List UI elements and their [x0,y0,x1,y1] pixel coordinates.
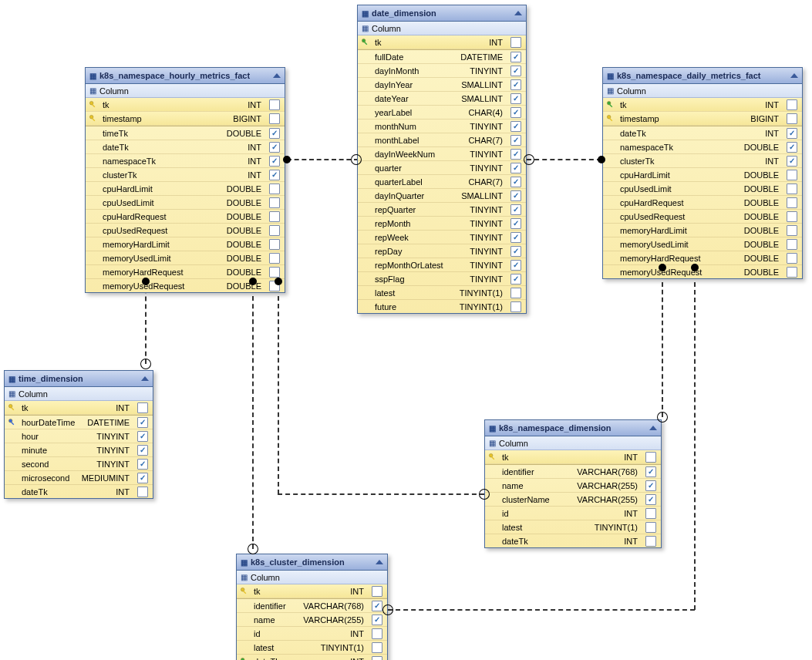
checkbox[interactable] [510,66,521,76]
table-cluster-dimension[interactable]: ▦ k8s_cluster_dimension ▦ Column tkINTid… [236,554,388,660]
checkbox[interactable] [269,267,280,278]
table-daily-fact[interactable]: ▦ k8s_namespace_daily_metrics_fact ▦ Col… [602,67,803,279]
table-date-dimension[interactable]: ▦ date_dimension ▦ Column tkINTfullDateD… [357,5,527,314]
checkbox[interactable] [510,301,521,312]
table-row[interactable]: tkINT [86,98,285,112]
checkbox[interactable] [372,628,382,639]
checkbox[interactable] [137,459,148,470]
checkbox[interactable] [269,239,280,250]
collapse-icon[interactable] [141,376,149,381]
checkbox[interactable] [269,197,280,208]
checkbox[interactable] [510,246,521,257]
checkbox[interactable] [645,494,656,505]
checkbox[interactable] [372,586,382,597]
table-row[interactable]: namespaceTkDOUBLE [603,140,802,154]
checkbox[interactable] [787,211,797,222]
checkbox[interactable] [510,37,521,48]
collapse-icon[interactable] [376,560,383,564]
table-row[interactable]: sspFlagTINYINT [358,272,526,286]
checkbox[interactable] [510,135,521,146]
table-row[interactable]: identifierVARCHAR(768) [237,599,387,613]
checkbox[interactable] [510,121,521,132]
checkbox[interactable] [787,156,797,167]
table-row[interactable]: timestampBIGINT [86,112,285,126]
checkbox[interactable] [787,225,797,236]
table-row[interactable]: cpuHardLimitDOUBLE [86,182,285,196]
checkbox[interactable] [510,93,521,104]
table-row[interactable]: yearLabelCHAR(4) [358,106,526,120]
table-row[interactable]: fullDateDATETIME [358,50,526,64]
table-row[interactable]: dayInWeekNumTINYINT [358,147,526,161]
checkbox[interactable] [645,466,656,477]
table-row[interactable]: memoryUsedRequestDOUBLE [603,265,802,278]
table-row[interactable]: memoryHardRequestDOUBLE [86,265,285,279]
table-row[interactable]: cpuUsedLimitDOUBLE [603,182,802,196]
table-row[interactable]: cpuHardRequestDOUBLE [86,210,285,224]
table-row[interactable]: hourTINYINT [5,429,153,443]
checkbox[interactable] [269,99,280,110]
table-row[interactable]: dateYearSMALLINT [358,92,526,106]
table-row[interactable]: microsecondMEDIUMINT [5,471,153,485]
table-row[interactable]: repQuarterTINYINT [358,203,526,217]
table-row[interactable]: memoryUsedLimitDOUBLE [603,237,802,251]
checkbox[interactable] [269,225,280,236]
table-time-dimension[interactable]: ▦ time_dimension ▦ Column tkINThourDateT… [4,370,153,499]
table-row[interactable]: repMonthTINYINT [358,217,526,231]
checkbox[interactable] [787,142,797,153]
checkbox[interactable] [137,487,148,497]
table-row[interactable]: repMonthOrLatestTINYINT [358,258,526,272]
table-title[interactable]: ▦ time_dimension [5,371,153,387]
checkbox[interactable] [510,79,521,90]
table-row[interactable]: quarterLabelCHAR(7) [358,175,526,189]
table-row[interactable]: idINT [237,627,387,641]
table-row[interactable]: nameVARCHAR(255) [237,613,387,627]
checkbox[interactable] [137,431,148,442]
checkbox[interactable] [645,522,656,533]
table-row[interactable]: cpuHardLimitDOUBLE [603,168,802,182]
checkbox[interactable] [645,536,656,547]
checkbox[interactable] [645,452,656,463]
checkbox[interactable] [372,601,382,611]
table-row[interactable]: namespaceTkINT [86,154,285,168]
checkbox[interactable] [787,197,797,208]
checkbox[interactable] [787,128,797,139]
table-row[interactable]: memoryHardLimitDOUBLE [603,224,802,237]
checkbox[interactable] [787,267,797,278]
checkbox[interactable] [269,170,280,180]
table-row[interactable]: timeTkDOUBLE [86,126,285,140]
checkbox[interactable] [137,445,148,456]
checkbox[interactable] [645,480,656,491]
table-title[interactable]: ▦ date_dimension [358,5,526,22]
checkbox[interactable] [372,615,382,625]
table-row[interactable]: clusterTkINT [86,168,285,182]
table-row[interactable]: memoryHardRequestDOUBLE [603,251,802,265]
checkbox[interactable] [372,642,382,653]
checkbox[interactable] [269,113,280,124]
table-row[interactable]: cpuHardRequestDOUBLE [603,196,802,210]
table-row[interactable]: repWeekTINYINT [358,231,526,244]
table-row[interactable]: identifierVARCHAR(768) [485,465,661,479]
checkbox[interactable] [137,473,148,483]
table-title[interactable]: ▦ k8s_namespace_dimension [485,420,661,436]
table-row[interactable]: dateTkINT [86,140,285,154]
table-namespace-dimension[interactable]: ▦ k8s_namespace_dimension ▦ Column tkINT… [484,419,662,548]
checkbox[interactable] [510,163,521,173]
table-row[interactable]: idINT [485,507,661,520]
checkbox[interactable] [510,204,521,215]
table-title[interactable]: ▦ k8s_namespace_hourly_metrics_fact [86,68,285,84]
table-row[interactable]: memoryHardLimitDOUBLE [86,237,285,251]
table-row[interactable]: dayInQuarterSMALLINT [358,189,526,203]
table-row[interactable]: dateTkINT [237,655,387,660]
table-title[interactable]: ▦ k8s_namespace_daily_metrics_fact [603,68,802,84]
table-row[interactable]: cpuUsedRequestDOUBLE [86,224,285,237]
checkbox[interactable] [269,156,280,167]
checkbox[interactable] [137,417,148,428]
checkbox[interactable] [510,260,521,271]
table-row[interactable]: clusterTkINT [603,154,802,168]
table-row[interactable]: tkINT [603,98,802,112]
table-row[interactable]: nameVARCHAR(255) [485,479,661,493]
checkbox[interactable] [787,184,797,194]
checkbox[interactable] [510,177,521,187]
checkbox[interactable] [510,232,521,243]
table-row[interactable]: quarterTINYINT [358,161,526,175]
